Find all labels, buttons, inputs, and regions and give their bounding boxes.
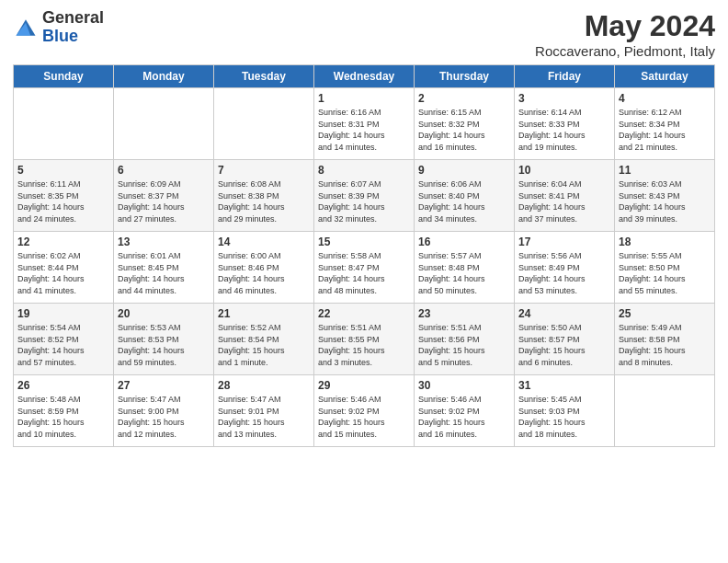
day-number: 10 (518, 164, 610, 177)
day-number: 15 (318, 236, 410, 248)
calendar-cell: 18Sunrise: 5:55 AM Sunset: 8:50 PM Dayli… (615, 232, 715, 304)
calendar-cell (214, 88, 314, 160)
logo-general-text: General (42, 9, 104, 28)
cell-content: Sunrise: 5:57 AM Sunset: 8:48 PM Dayligh… (418, 250, 510, 296)
calendar-cell (14, 88, 114, 160)
calendar-cell: 15Sunrise: 5:58 AM Sunset: 8:47 PM Dayli… (314, 232, 415, 304)
calendar-day-header: Monday (114, 65, 214, 88)
calendar-cell: 5Sunrise: 6:11 AM Sunset: 8:35 PM Daylig… (14, 160, 114, 232)
calendar-week-row: 26Sunrise: 5:48 AM Sunset: 8:59 PM Dayli… (14, 375, 715, 447)
cell-content: Sunrise: 5:55 AM Sunset: 8:50 PM Dayligh… (619, 250, 711, 296)
day-number: 6 (118, 164, 210, 177)
calendar-week-row: 12Sunrise: 6:02 AM Sunset: 8:44 PM Dayli… (14, 232, 715, 304)
calendar-cell: 2Sunrise: 6:15 AM Sunset: 8:32 PM Daylig… (415, 88, 515, 160)
day-number: 29 (318, 379, 410, 392)
cell-content: Sunrise: 5:46 AM Sunset: 9:02 PM Dayligh… (318, 394, 410, 440)
calendar-week-row: 1Sunrise: 6:16 AM Sunset: 8:31 PM Daylig… (14, 88, 715, 160)
logo: General Blue (13, 9, 104, 46)
calendar-cell: 19Sunrise: 5:54 AM Sunset: 8:52 PM Dayli… (14, 304, 114, 375)
cell-content: Sunrise: 5:52 AM Sunset: 8:54 PM Dayligh… (218, 322, 310, 368)
subtitle: Roccaverano, Piedmont, Italy (535, 43, 715, 59)
calendar-cell: 26Sunrise: 5:48 AM Sunset: 8:59 PM Dayli… (14, 375, 114, 447)
cell-content: Sunrise: 6:08 AM Sunset: 8:38 PM Dayligh… (218, 178, 310, 224)
calendar-cell: 20Sunrise: 5:53 AM Sunset: 8:53 PM Dayli… (114, 304, 214, 375)
day-number: 30 (418, 379, 510, 392)
calendar-cell: 30Sunrise: 5:46 AM Sunset: 9:02 PM Dayli… (415, 375, 515, 447)
day-number: 31 (518, 379, 610, 392)
header: General Blue May 2024 Roccaverano, Piedm… (13, 9, 715, 59)
calendar-cell: 23Sunrise: 5:51 AM Sunset: 8:56 PM Dayli… (415, 304, 515, 375)
calendar-cell: 24Sunrise: 5:50 AM Sunset: 8:57 PM Dayli… (515, 304, 615, 375)
cell-content: Sunrise: 5:46 AM Sunset: 9:02 PM Dayligh… (418, 394, 510, 440)
day-number: 2 (418, 92, 510, 105)
calendar-cell: 21Sunrise: 5:52 AM Sunset: 8:54 PM Dayli… (214, 304, 314, 375)
calendar-cell: 3Sunrise: 6:14 AM Sunset: 8:33 PM Daylig… (515, 88, 615, 160)
cell-content: Sunrise: 5:54 AM Sunset: 8:52 PM Dayligh… (17, 322, 109, 368)
cell-content: Sunrise: 6:11 AM Sunset: 8:35 PM Dayligh… (17, 178, 109, 224)
calendar-cell: 8Sunrise: 6:07 AM Sunset: 8:39 PM Daylig… (314, 160, 415, 232)
calendar-cell: 7Sunrise: 6:08 AM Sunset: 8:38 PM Daylig… (214, 160, 314, 232)
calendar-cell: 13Sunrise: 6:01 AM Sunset: 8:45 PM Dayli… (114, 232, 214, 304)
calendar-cell (114, 88, 214, 160)
calendar-cell: 22Sunrise: 5:51 AM Sunset: 8:55 PM Dayli… (314, 304, 415, 375)
day-number: 8 (318, 164, 410, 177)
calendar-cell: 14Sunrise: 6:00 AM Sunset: 8:46 PM Dayli… (214, 232, 314, 304)
day-number: 3 (518, 92, 610, 105)
day-number: 7 (218, 164, 310, 177)
cell-content: Sunrise: 6:09 AM Sunset: 8:37 PM Dayligh… (118, 178, 210, 224)
day-number: 22 (318, 307, 410, 320)
cell-content: Sunrise: 5:47 AM Sunset: 9:00 PM Dayligh… (118, 394, 210, 440)
calendar-week-row: 19Sunrise: 5:54 AM Sunset: 8:52 PM Dayli… (14, 304, 715, 375)
cell-content: Sunrise: 5:47 AM Sunset: 9:01 PM Dayligh… (218, 394, 310, 440)
day-number: 4 (619, 92, 711, 105)
day-number: 25 (619, 307, 711, 320)
day-number: 14 (218, 236, 310, 248)
calendar-cell: 1Sunrise: 6:16 AM Sunset: 8:31 PM Daylig… (314, 88, 415, 160)
cell-content: Sunrise: 6:14 AM Sunset: 8:33 PM Dayligh… (518, 107, 610, 153)
day-number: 12 (17, 236, 109, 248)
calendar-day-header: Sunday (14, 65, 114, 88)
logo-blue-text: Blue (42, 28, 104, 46)
cell-content: Sunrise: 6:02 AM Sunset: 8:44 PM Dayligh… (17, 250, 109, 296)
main-title: May 2024 (535, 9, 715, 43)
day-number: 24 (518, 307, 610, 320)
cell-content: Sunrise: 6:03 AM Sunset: 8:43 PM Dayligh… (619, 178, 711, 224)
cell-content: Sunrise: 6:12 AM Sunset: 8:34 PM Dayligh… (619, 107, 711, 153)
calendar-cell: 16Sunrise: 5:57 AM Sunset: 8:48 PM Dayli… (415, 232, 515, 304)
day-number: 9 (418, 164, 510, 177)
day-number: 26 (17, 379, 109, 392)
day-number: 1 (318, 92, 410, 105)
calendar-cell: 28Sunrise: 5:47 AM Sunset: 9:01 PM Dayli… (214, 375, 314, 447)
logo-text: General Blue (42, 9, 104, 46)
calendar-week-row: 5Sunrise: 6:11 AM Sunset: 8:35 PM Daylig… (14, 160, 715, 232)
cell-content: Sunrise: 6:15 AM Sunset: 8:32 PM Dayligh… (418, 107, 510, 153)
day-number: 16 (418, 236, 510, 248)
day-number: 21 (218, 307, 310, 320)
cell-content: Sunrise: 5:51 AM Sunset: 8:56 PM Dayligh… (418, 322, 510, 368)
day-number: 5 (17, 164, 109, 177)
calendar-day-header: Friday (515, 65, 615, 88)
day-number: 13 (118, 236, 210, 248)
day-number: 18 (619, 236, 711, 248)
calendar-day-header: Saturday (615, 65, 715, 88)
calendar-cell: 25Sunrise: 5:49 AM Sunset: 8:58 PM Dayli… (615, 304, 715, 375)
day-number: 11 (619, 164, 711, 177)
cell-content: Sunrise: 5:56 AM Sunset: 8:49 PM Dayligh… (518, 250, 610, 296)
title-block: May 2024 Roccaverano, Piedmont, Italy (535, 9, 715, 59)
day-number: 23 (418, 307, 510, 320)
logo-icon (13, 15, 39, 40)
page: General Blue May 2024 Roccaverano, Piedm… (0, 0, 728, 563)
calendar-cell: 11Sunrise: 6:03 AM Sunset: 8:43 PM Dayli… (615, 160, 715, 232)
cell-content: Sunrise: 5:50 AM Sunset: 8:57 PM Dayligh… (518, 322, 610, 368)
cell-content: Sunrise: 6:16 AM Sunset: 8:31 PM Dayligh… (318, 107, 410, 153)
day-number: 19 (17, 307, 109, 320)
cell-content: Sunrise: 6:00 AM Sunset: 8:46 PM Dayligh… (218, 250, 310, 296)
calendar-cell: 31Sunrise: 5:45 AM Sunset: 9:03 PM Dayli… (515, 375, 615, 447)
cell-content: Sunrise: 5:48 AM Sunset: 8:59 PM Dayligh… (17, 394, 109, 440)
day-number: 28 (218, 379, 310, 392)
cell-content: Sunrise: 5:49 AM Sunset: 8:58 PM Dayligh… (619, 322, 711, 368)
cell-content: Sunrise: 6:01 AM Sunset: 8:45 PM Dayligh… (118, 250, 210, 296)
cell-content: Sunrise: 6:06 AM Sunset: 8:40 PM Dayligh… (418, 178, 510, 224)
cell-content: Sunrise: 5:45 AM Sunset: 9:03 PM Dayligh… (518, 394, 610, 440)
calendar-cell: 12Sunrise: 6:02 AM Sunset: 8:44 PM Dayli… (14, 232, 114, 304)
